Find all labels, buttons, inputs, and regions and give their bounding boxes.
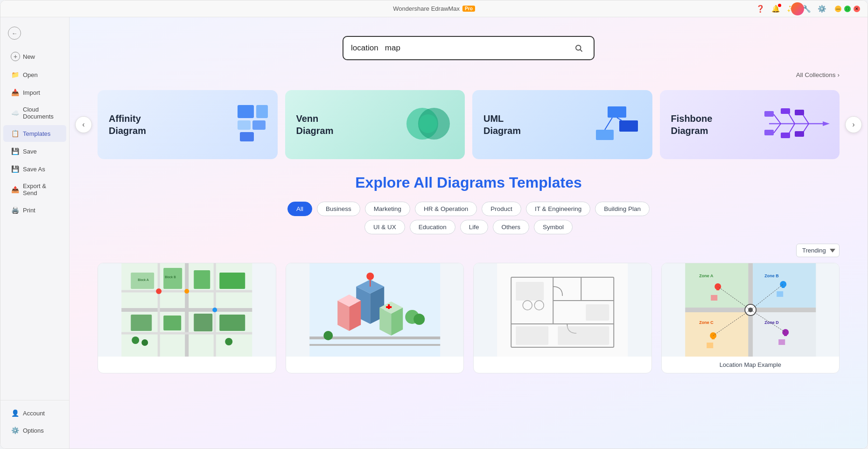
svg-line-18 <box>774 124 781 133</box>
sort-select[interactable]: Trending Newest Popular <box>796 244 840 257</box>
svg-line-13 <box>617 118 622 120</box>
filter-education[interactable]: Education <box>410 220 455 234</box>
filter-symbol[interactable]: Symbol <box>534 220 573 234</box>
carousel-prev-button[interactable]: ‹ <box>75 116 92 133</box>
svg-rect-80 <box>558 326 609 345</box>
svg-rect-95 <box>716 287 719 290</box>
svg-rect-25 <box>781 108 790 114</box>
svg-point-0 <box>576 45 581 50</box>
save-icon: 💾 <box>11 147 19 155</box>
template-card-4[interactable]: Zone A Zone B Zone C Zone D <box>661 263 840 373</box>
svg-line-1 <box>580 49 582 51</box>
sidebar-item-templates[interactable]: 📋 Templates <box>3 125 66 142</box>
chevron-right-icon: › <box>838 71 840 78</box>
account-icon: 👤 <box>11 409 19 417</box>
options-icon: ⚙️ <box>11 426 19 435</box>
back-arrow-icon: ← <box>8 27 21 40</box>
sidebar-item-account[interactable]: 👤 Account <box>3 405 66 421</box>
filter-life[interactable]: Life <box>460 220 488 234</box>
app-title: Wondershare EdrawMax <box>393 5 460 12</box>
template-card-3[interactable] <box>473 263 652 373</box>
filter-it[interactable]: IT & Engineering <box>526 202 590 216</box>
filter-uiux[interactable]: UI & UX <box>364 220 405 234</box>
feature-card-fishbone[interactable]: FishboneDiagram <box>660 90 840 159</box>
svg-rect-12 <box>596 130 614 140</box>
filter-product[interactable]: Product <box>482 202 521 216</box>
template-card-2[interactable] <box>286 263 464 373</box>
filter-building[interactable]: Building Plan <box>595 202 650 216</box>
svg-point-44 <box>156 288 161 294</box>
sidebar-item-cloud[interactable]: ☁️ Cloud Documents <box>3 102 66 124</box>
filter-business[interactable]: Business <box>317 202 360 216</box>
svg-rect-11 <box>619 120 638 132</box>
sidebar-item-options[interactable]: ⚙️ Options <box>3 422 66 439</box>
print-icon: 🖨️ <box>11 206 19 214</box>
template-label-1 <box>98 357 276 366</box>
svg-rect-41 <box>163 316 181 330</box>
template-card-1[interactable]: Block A Block B <box>98 263 276 373</box>
template-label-3 <box>474 357 651 366</box>
svg-rect-6 <box>240 132 254 141</box>
minimize-button[interactable]: — <box>835 6 841 12</box>
avatar <box>791 2 804 15</box>
svg-rect-111 <box>778 339 785 345</box>
sidebar-item-import[interactable]: 📥 Import <box>3 84 66 101</box>
svg-text:Zone D: Zone D <box>764 320 779 325</box>
filter-row-1: All Business Marketing HR & Operation Pr… <box>98 202 840 216</box>
template-label-2 <box>286 357 464 366</box>
filter-hr[interactable]: HR & Operation <box>415 202 477 216</box>
svg-rect-10 <box>608 106 626 118</box>
svg-text:Zone C: Zone C <box>699 320 714 325</box>
notification-icon[interactable]: 🔔 <box>771 5 780 13</box>
template-image-2 <box>286 263 464 357</box>
svg-line-14 <box>605 118 612 130</box>
search-input[interactable] <box>351 43 567 53</box>
settings-icon[interactable]: ⚙️ <box>818 5 826 13</box>
app-window: Wondershare EdrawMax Pro ❓ 🔔 ✨ 🔧 ⚙️ — □ … <box>0 0 868 449</box>
svg-rect-77 <box>516 282 544 301</box>
svg-rect-27 <box>795 110 804 115</box>
plus-icon: + <box>11 52 20 61</box>
export-icon: 📤 <box>11 185 19 194</box>
svg-rect-5 <box>252 120 266 130</box>
search-button[interactable] <box>571 41 586 56</box>
import-icon: 📥 <box>11 88 19 97</box>
sidebar-item-open[interactable]: 📁 Open <box>3 66 66 83</box>
feature-card-affinity[interactable]: AffinityDiagram <box>98 90 278 159</box>
all-collections-link[interactable]: All Collections › <box>796 71 840 78</box>
carousel-next-button[interactable]: › <box>845 116 862 133</box>
filter-others[interactable]: Others <box>493 220 530 234</box>
svg-rect-2 <box>238 105 254 118</box>
sidebar-item-export[interactable]: 📤 Export & Send <box>3 178 66 201</box>
fishbone-label: FishboneDiagram <box>671 112 713 137</box>
explore-section: Explore All Diagrams Templates All Busin… <box>70 174 868 234</box>
close-button[interactable]: ✕ <box>854 6 860 12</box>
feature-card-venn[interactable]: VennDiagram <box>285 90 465 159</box>
svg-point-69 <box>366 273 374 280</box>
template-image-4: Zone A Zone B Zone C Zone D <box>662 263 840 357</box>
svg-point-9 <box>419 114 437 133</box>
help-icon[interactable]: ❓ <box>756 5 765 13</box>
cloud-icon: ☁️ <box>11 109 19 117</box>
svg-line-17 <box>774 114 781 124</box>
uml-label: UMLDiagram <box>483 112 521 137</box>
sidebar-item-print[interactable]: 🖨️ Print <box>3 202 66 218</box>
sidebar-item-new[interactable]: + New <box>3 48 66 65</box>
svg-rect-42 <box>194 314 212 331</box>
title-bar-title: Wondershare EdrawMax Pro <box>393 5 475 12</box>
filter-all[interactable]: All <box>287 202 312 216</box>
filter-marketing[interactable]: Marketing <box>365 202 410 216</box>
sidebar-item-save[interactable]: 💾 Save <box>3 143 66 160</box>
sidebar-item-saveas[interactable]: 💾 Save As <box>3 161 66 177</box>
svg-rect-40 <box>131 315 152 331</box>
feature-card-uml[interactable]: UMLDiagram <box>472 90 652 159</box>
svg-rect-28 <box>795 131 804 137</box>
svg-rect-63 <box>386 306 392 308</box>
svg-point-47 <box>132 337 139 344</box>
svg-rect-109 <box>777 291 783 297</box>
template-grid: Block A Block B <box>70 263 868 392</box>
main-layout: ← + New 📁 Open 📥 Import ☁️ Cloud Documen… <box>0 17 868 449</box>
svg-point-68 <box>323 331 333 340</box>
back-button[interactable]: ← <box>0 23 69 43</box>
maximize-button[interactable]: □ <box>844 6 851 12</box>
